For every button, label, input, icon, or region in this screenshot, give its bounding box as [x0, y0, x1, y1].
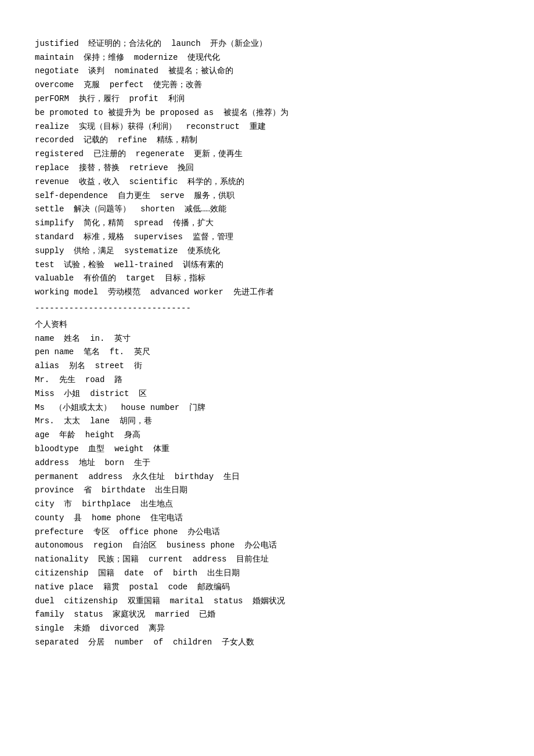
text-line: be promoted to 被提升为 be proposed as 被提名（推… — [35, 106, 499, 120]
text-line: maintain 保持；维修 modernize 使现代化 — [35, 51, 499, 65]
text-line: realize 实现（目标）获得（利润） reconstruct 重建 — [35, 120, 499, 134]
text-line: overcome 克服 perfect 使完善；改善 — [35, 78, 499, 92]
text-line: standard 标准，规格 supervises 监督，管理 — [35, 231, 499, 244]
text-line: name 姓名 in. 英寸 — [35, 332, 499, 346]
text-line: Mr. 先生 road 路 — [35, 373, 499, 387]
text-line: bloodtype 血型 weight 体重 — [35, 442, 499, 456]
text-line: prefecture 专区 office phone 办公电话 — [35, 525, 499, 539]
text-line: test 试验，检验 well-trained 训练有素的 — [35, 258, 499, 272]
text-line: Mrs. 太太 lane 胡同，巷 — [35, 415, 499, 429]
text-line: native place 籍贯 postal code 邮政编码 — [35, 581, 499, 595]
text-line: simplify 简化，精简 spread 传播，扩大 — [35, 217, 499, 231]
text-line: separated 分居 number of children 子女人数 — [35, 636, 499, 650]
text-line: county 县 home phone 住宅电话 — [35, 512, 499, 525]
text-line: negotiate 谈判 nominated 被提名；被认命的 — [35, 64, 499, 78]
main-content: justified 经证明的；合法化的 launch 开办（新企业）mainta… — [35, 23, 499, 650]
text-line: valuable 有价值的 target 目标，指标 — [35, 272, 499, 286]
text-line: perFORM 执行，履行 profit 利润 — [35, 92, 499, 106]
text-line: family status 家庭状况 married 已婚 — [35, 608, 499, 622]
text-line: self-dependence 自力更生 serve 服务，供职 — [35, 189, 499, 203]
text-line: supply 供给，满足 systematize 使系统化 — [35, 244, 499, 258]
text-line: Ms （小姐或太太） house number 门牌 — [35, 401, 499, 415]
text-line: working model 劳动模范 advanced worker 先进工作者 — [35, 286, 499, 300]
text-line: province 省 birthdate 出生日期 — [35, 484, 499, 498]
text-line: -------------------------------- — [35, 302, 499, 316]
text-line: address 地址 born 生于 — [35, 456, 499, 470]
text-line: Miss 小姐 district 区 — [35, 387, 499, 401]
text-line: age 年龄 height 身高 — [35, 429, 499, 442]
text-line: single 未婚 divorced 离异 — [35, 622, 499, 636]
text-line: recorded 记载的 refine 精练，精制 — [35, 134, 499, 147]
text-line: city 市 birthplace 出生地点 — [35, 498, 499, 512]
text-line: permanent address 永久住址 birthday 生日 — [35, 470, 499, 484]
text-line: justified 经证明的；合法化的 launch 开办（新企业） — [35, 37, 499, 51]
text-line: nationality 民族；国籍 current address 目前住址 — [35, 553, 499, 567]
text-line: registered 已注册的 regenerate 更新，使再生 — [35, 147, 499, 161]
text-line: autonomous region 自治区 business phone 办公电… — [35, 539, 499, 553]
text-line: pen name 笔名 ft. 英尺 — [35, 345, 499, 359]
text-line: citizenship 国籍 date of birth 出生日期 — [35, 567, 499, 581]
text-line: 个人资料 — [35, 318, 499, 332]
text-line: replace 接替，替换 retrieve 挽回 — [35, 161, 499, 175]
text-line: settle 解决（问题等） shorten 减低……效能 — [35, 203, 499, 217]
text-line: revenue 收益，收入 scientific 科学的，系统的 — [35, 175, 499, 189]
text-line: alias 别名 street 街 — [35, 359, 499, 373]
text-line: duel citizenship 双重国籍 marital status 婚姻状… — [35, 595, 499, 609]
